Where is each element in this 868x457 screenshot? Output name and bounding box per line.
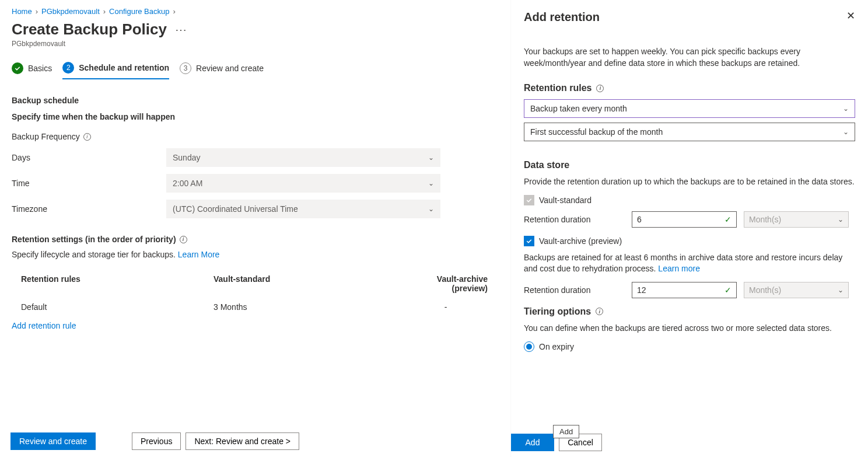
info-icon[interactable]: i xyxy=(596,85,604,92)
add-button[interactable]: Add xyxy=(511,434,554,451)
step-label: Basics xyxy=(28,64,52,73)
days-select[interactable]: Sunday ⌄ xyxy=(166,148,440,167)
retention-duration-label: Retention duration xyxy=(524,285,632,295)
vault-archive-label: Vault-archive (preview) xyxy=(539,236,622,246)
add-retention-panel: Add retention ✕ Your backups are set to … xyxy=(511,0,868,457)
section-retention-settings: Retention settings (in the order of prio… xyxy=(12,235,176,244)
next-button[interactable]: Next: Review and create > xyxy=(186,432,299,450)
tiering-options-label: Tiering options xyxy=(524,306,591,317)
chevron-right-icon: › xyxy=(36,7,38,16)
step-number-icon: 3 xyxy=(180,62,191,74)
step-label: Schedule and retention xyxy=(79,63,169,72)
step-label: Review and create xyxy=(196,64,264,73)
panel-intro: Your backups are set to happen weekly. Y… xyxy=(524,46,855,69)
section-backup-schedule: Backup schedule xyxy=(12,96,500,105)
learn-more-link[interactable]: Learn more xyxy=(658,264,700,273)
retention-desc: Specify lifecycle and storage tier for b… xyxy=(12,250,178,259)
more-actions-button[interactable]: ⋯ xyxy=(175,23,187,37)
duration-unit-select[interactable]: Month(s) ⌄ xyxy=(744,282,849,298)
data-store-label: Data store xyxy=(524,160,855,170)
label-backup-frequency: Backup Frequency i xyxy=(12,132,166,141)
retention-duration-arch-input[interactable]: 12 ✓ xyxy=(632,282,737,298)
time-select[interactable]: 2:00 AM ⌄ xyxy=(166,174,440,193)
chevron-down-icon: ⌄ xyxy=(843,128,849,136)
data-store-desc: Provide the retention duration up to whi… xyxy=(524,176,855,188)
tiering-desc: You can define when the backups are tier… xyxy=(524,323,855,334)
breadcrumb-item[interactable]: Configure Backup xyxy=(109,7,169,16)
previous-button[interactable]: Previous xyxy=(132,432,181,450)
chevron-right-icon: › xyxy=(173,7,175,16)
vault-standard-checkbox xyxy=(524,195,534,205)
breadcrumb-item[interactable]: PGbkpdemovault xyxy=(41,7,100,16)
chevron-down-icon: ⌄ xyxy=(843,104,849,113)
chevron-down-icon: ⌄ xyxy=(428,205,434,213)
retention-duration-label: Retention duration xyxy=(524,215,632,224)
tiering-option-label: On expiry xyxy=(539,342,574,351)
close-icon[interactable]: ✕ xyxy=(846,11,855,21)
page-subtitle: PGbkpdemovault xyxy=(12,40,500,48)
step-schedule-retention[interactable]: 2 Schedule and retention xyxy=(62,62,169,79)
add-retention-rule-link[interactable]: Add retention rule xyxy=(12,321,76,330)
review-create-button[interactable]: Review and create xyxy=(10,432,96,450)
retention-rule-select[interactable]: Backup taken every month ⌄ xyxy=(524,99,855,118)
check-icon xyxy=(12,62,23,74)
step-basics[interactable]: Basics xyxy=(12,62,52,79)
info-icon[interactable]: i xyxy=(180,236,187,243)
label-time: Time xyxy=(12,179,166,188)
section-desc: Specify time when the backup will happen xyxy=(12,112,500,121)
timezone-select[interactable]: (UTC) Coordinated Universal Time ⌄ xyxy=(166,200,440,218)
page-title: Create Backup Policy xyxy=(12,20,167,39)
retention-table-row[interactable]: Default 3 Months - xyxy=(12,298,501,316)
chevron-down-icon: ⌄ xyxy=(428,179,434,187)
vault-standard-label: Vault-standard xyxy=(539,196,592,205)
step-review-create[interactable]: 3 Review and create xyxy=(180,62,264,79)
info-icon[interactable]: i xyxy=(596,308,603,315)
retention-rule-sub-select[interactable]: First successful backup of the month ⌄ xyxy=(524,123,855,141)
retention-table-header: Retention rules Vault-standard Vault-arc… xyxy=(12,270,501,298)
step-number-icon: 2 xyxy=(62,62,74,74)
learn-more-link[interactable]: Learn More xyxy=(178,250,220,259)
chevron-down-icon: ⌄ xyxy=(838,215,844,224)
chevron-down-icon: ⌄ xyxy=(428,154,434,162)
chevron-right-icon: › xyxy=(103,7,106,16)
duration-unit-select[interactable]: Month(s) ⌄ xyxy=(744,211,849,228)
info-icon[interactable]: i xyxy=(83,133,91,141)
label-days: Days xyxy=(12,153,166,162)
chevron-down-icon: ⌄ xyxy=(838,286,844,294)
panel-title: Add retention xyxy=(524,11,600,24)
retention-duration-std-input[interactable]: 6 ✓ xyxy=(632,211,737,228)
breadcrumb-item[interactable]: Home xyxy=(12,7,32,16)
check-icon: ✓ xyxy=(724,215,732,224)
tiering-on-expiry-radio[interactable] xyxy=(524,341,534,352)
check-icon: ✓ xyxy=(724,285,732,295)
label-timezone: Timezone xyxy=(12,204,166,214)
retention-rules-label: Retention rules xyxy=(524,83,592,93)
breadcrumb: Home › PGbkpdemovault › Configure Backup… xyxy=(12,7,500,16)
add-tooltip: Add xyxy=(553,425,579,438)
vault-archive-checkbox[interactable] xyxy=(524,236,534,246)
